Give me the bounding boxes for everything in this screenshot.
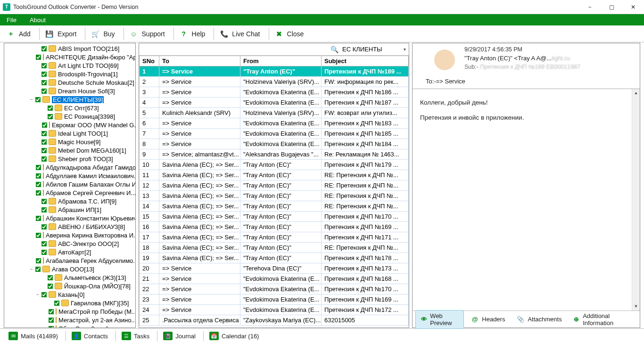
tree-checkbox[interactable]: [36, 258, 41, 263]
tree-checkbox[interactable]: [49, 309, 54, 314]
tree-item[interactable]: МегаСтрой пр Победы (М...: [4, 307, 135, 316]
tree-item[interactable]: −ЕС КЛИЕНТЫ[39]: [4, 95, 135, 104]
table-row[interactable]: 24=> Service"Evdokimova Ekaterina (E...П…: [140, 305, 409, 315]
tree-checkbox[interactable]: [41, 131, 47, 136]
tree-item[interactable]: Аверина Кирина Викторовна И...: [4, 231, 135, 239]
tree-checkbox[interactable]: [36, 164, 41, 170]
tree-item[interactable]: Абрашкин Константин Юрьевич...: [4, 214, 135, 222]
tree-item[interactable]: ЕС Опт[673]: [4, 104, 135, 112]
search-input[interactable]: [342, 46, 394, 53]
tree-checkbox[interactable]: [41, 88, 47, 94]
tree-checkbox[interactable]: [42, 122, 48, 128]
tree-checkbox[interactable]: [49, 317, 54, 323]
tree-checkbox[interactable]: [36, 215, 41, 221]
tab-headers[interactable]: @Headers: [466, 313, 510, 326]
tree-checkbox[interactable]: [41, 249, 47, 255]
export-button[interactable]: 💾Export: [41, 27, 81, 41]
table-row[interactable]: 16Savina Alena (EC); => Ser..."Tray Anto…: [140, 222, 409, 232]
table-row[interactable]: 5Kulinich Aleksandr (SRV)"Holzineva Vale…: [140, 108, 409, 118]
tree-item[interactable]: Гаврилова (МКГ)[35]: [4, 299, 135, 307]
table-row[interactable]: 8=> Service"Evdokimova Ekaterina (E...Пр…: [140, 139, 409, 149]
tree-checkbox[interactable]: [41, 71, 47, 77]
scroll-up-icon[interactable]: ▲: [632, 89, 640, 97]
menu-about[interactable]: About: [23, 14, 52, 25]
tree-checkbox[interactable]: [41, 224, 47, 229]
table-row[interactable]: 17Savina Alena (EC); => Ser..."Tray Anto…: [140, 232, 409, 243]
expand-icon[interactable]: −: [29, 267, 34, 272]
menu-file[interactable]: File: [0, 14, 23, 25]
tree-item[interactable]: Mebel Dom MEGA160[1]: [4, 146, 135, 155]
tree-checkbox[interactable]: [48, 283, 53, 289]
table-row[interactable]: 14Savina Alena (EC); => Ser..."Tray Anto…: [140, 201, 409, 212]
buy-button[interactable]: 🛒Buy: [87, 27, 119, 41]
tree-item[interactable]: Абрамов Сергей Сергеевич И...: [4, 188, 135, 197]
tree-checkbox[interactable]: [48, 114, 53, 119]
tree-checkbox[interactable]: [36, 181, 41, 187]
tree-item[interactable]: Sheber profi TOO[3]: [4, 155, 135, 163]
tree-checkbox[interactable]: [41, 292, 47, 297]
tree-checkbox[interactable]: [54, 300, 60, 306]
table-row[interactable]: 7=> Service"Evdokimova Ekaterina (E...Пр…: [140, 129, 409, 139]
tree-checkbox[interactable]: [35, 266, 41, 272]
tree-checkbox[interactable]: [41, 80, 47, 85]
tree-checkbox[interactable]: [35, 97, 41, 102]
tree-item[interactable]: Абдуллаев Камил Исмаилович...: [4, 172, 135, 180]
table-row[interactable]: 23=> Service"Evdokimova Ekaterina (E...П…: [140, 294, 409, 305]
footer-calendar[interactable]: 📅Calendar (16): [205, 330, 264, 342]
tree-checkbox[interactable]: [36, 232, 41, 238]
tree-checkbox[interactable]: [41, 46, 47, 51]
expand-icon[interactable]: −: [35, 292, 41, 297]
th-sno[interactable]: SNo: [140, 56, 159, 66]
tree-item[interactable]: Альметьевск (ЖЗ)[13]: [4, 273, 135, 282]
table-row[interactable]: 6=> Service"Evdokimova Ekaterina (E...Пр…: [140, 118, 409, 129]
table-row[interactable]: 21=> Service"Evdokimova Ekaterina (E...П…: [140, 274, 409, 284]
tree-item[interactable]: Magic House[9]: [4, 138, 135, 146]
tree-checkbox[interactable]: [41, 139, 47, 145]
tree-item[interactable]: Brodosplit-Trgovina[1]: [4, 70, 135, 78]
table-row[interactable]: 22=> Service"Evdokimova Ekaterina (E...П…: [140, 284, 409, 294]
table-row[interactable]: 10Savina Alena (EC); => Ser..."Tray Anto…: [140, 160, 409, 170]
table-row[interactable]: 20=> Service"Terehova Dina (EC)" Претенз…: [140, 263, 409, 274]
table-row[interactable]: 25.Рассылка отдела Сервиса"Zaykovskaya M…: [140, 315, 409, 326]
tree-item[interactable]: ЕС Розница[3398]: [4, 112, 135, 121]
tree-item[interactable]: −Казань[0]: [4, 290, 135, 299]
tree-item[interactable]: АВЕНЮ / БИБИХАУЗ[8]: [4, 222, 135, 231]
preview-scrollbar[interactable]: ▲ ▼: [632, 89, 640, 310]
folder-tree[interactable]: ABIS Import TOO[216]ARCHITEQUE Дизайн-бю…: [4, 43, 136, 328]
close-window-button[interactable]: ✕: [622, 0, 644, 14]
footer-tasks[interactable]: ☰Tasks: [117, 330, 154, 342]
tree-checkbox[interactable]: [49, 326, 54, 328]
livechat-button[interactable]: 📞Live Chat: [216, 27, 264, 41]
tree-checkbox[interactable]: [41, 241, 47, 246]
tree-checkbox[interactable]: [48, 275, 53, 280]
table-row[interactable]: 4=> Service"Evdokimova Ekaterina (E...Пр…: [140, 98, 409, 108]
tree-item[interactable]: Йошкар-Ола (МЙО)[78]: [4, 282, 135, 290]
table-row[interactable]: 13Savina Alena (EC); => Ser..."Tray Anto…: [140, 191, 409, 201]
tab-attachments[interactable]: 📎Attachments: [512, 313, 566, 326]
table-row[interactable]: 15Savina Alena (EC); => Ser..."Tray Anto…: [140, 212, 409, 222]
expand-icon[interactable]: −: [29, 97, 34, 102]
tree-item[interactable]: Art Light LTD TOO[69]: [4, 61, 135, 70]
footer-journal[interactable]: 📓Journal: [158, 330, 200, 342]
tree-item[interactable]: Обои Сити 2-ая Азинская...: [4, 324, 135, 328]
tree-item[interactable]: −Агава ООО[13]: [4, 265, 135, 273]
tree-item[interactable]: Ideal Light TOO[1]: [4, 129, 135, 138]
tree-checkbox[interactable]: [48, 105, 53, 111]
tree-checkbox[interactable]: [41, 156, 47, 162]
tree-item[interactable]: ARCHITEQUE Дизайн-бюро "Ар...: [4, 53, 135, 61]
tree-item[interactable]: ABIS Import TOO[216]: [4, 44, 135, 53]
table-row[interactable]: 12Savina Alena (EC); => Ser..."Tray Anto…: [140, 180, 409, 191]
tree-item[interactable]: Абдулкадырова Абидат Гамидо...: [4, 163, 135, 172]
tab-additional-info[interactable]: ⊕Additional Information: [569, 310, 635, 328]
search-icon[interactable]: 🔍: [330, 46, 339, 53]
th-to[interactable]: To: [159, 56, 240, 66]
table-row[interactable]: 19Savina Alena (EC); => Ser..."Tray Anto…: [140, 253, 409, 263]
footer-mails[interactable]: ✉Mails (41489): [4, 330, 63, 342]
table-row[interactable]: 9=> Service; almantasz@vt..."Aleksandras…: [140, 149, 409, 160]
tree-checkbox[interactable]: [36, 54, 41, 60]
maximize-button[interactable]: ▢: [601, 0, 622, 14]
table-row[interactable]: 1=> Service"Tray Anton (EC)" Претензия к…: [140, 66, 409, 77]
tree-item[interactable]: Мегастрой, ул 2-ая Азино...: [4, 316, 135, 324]
tree-item[interactable]: Deutsche Schule Moskau[2]: [4, 78, 135, 87]
tree-item[interactable]: Евромаг ООО (MW Handel G...: [4, 121, 135, 129]
